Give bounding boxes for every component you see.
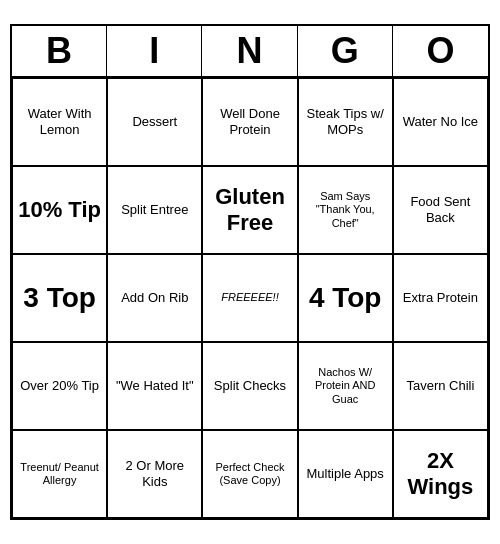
header-letter: I [107, 26, 202, 76]
bingo-cell: Add On Rib [107, 254, 202, 342]
bingo-cell: Treenut/ Peanut Allergy [12, 430, 107, 518]
bingo-cell: Sam Says "Thank You, Chef" [298, 166, 393, 254]
header-letter: B [12, 26, 107, 76]
bingo-grid: Water With LemonDessertWell Done Protein… [12, 78, 488, 518]
bingo-cell: Steak Tips w/ MOPs [298, 78, 393, 166]
bingo-cell: Split Checks [202, 342, 297, 430]
header-letter: N [202, 26, 297, 76]
bingo-cell: Gluten Free [202, 166, 297, 254]
bingo-card: BINGO Water With LemonDessertWell Done P… [10, 24, 490, 520]
bingo-cell: Tavern Chili [393, 342, 488, 430]
bingo-cell: 3 Top [12, 254, 107, 342]
bingo-cell: 10% Tip [12, 166, 107, 254]
bingo-cell: Dessert [107, 78, 202, 166]
bingo-cell: Water With Lemon [12, 78, 107, 166]
bingo-cell: 2X Wings [393, 430, 488, 518]
bingo-cell: FREEEEE!! [202, 254, 297, 342]
bingo-cell: 2 Or More Kids [107, 430, 202, 518]
bingo-cell: Extra Protein [393, 254, 488, 342]
bingo-header: BINGO [12, 26, 488, 78]
header-letter: G [298, 26, 393, 76]
bingo-cell: "We Hated It" [107, 342, 202, 430]
bingo-cell: Nachos W/ Protein AND Guac [298, 342, 393, 430]
bingo-cell: 4 Top [298, 254, 393, 342]
bingo-cell: Split Entree [107, 166, 202, 254]
bingo-cell: Perfect Check (Save Copy) [202, 430, 297, 518]
header-letter: O [393, 26, 488, 76]
bingo-cell: Well Done Protein [202, 78, 297, 166]
bingo-cell: Water No Ice [393, 78, 488, 166]
bingo-cell: Over 20% Tip [12, 342, 107, 430]
bingo-cell: Food Sent Back [393, 166, 488, 254]
bingo-cell: Multiple Apps [298, 430, 393, 518]
